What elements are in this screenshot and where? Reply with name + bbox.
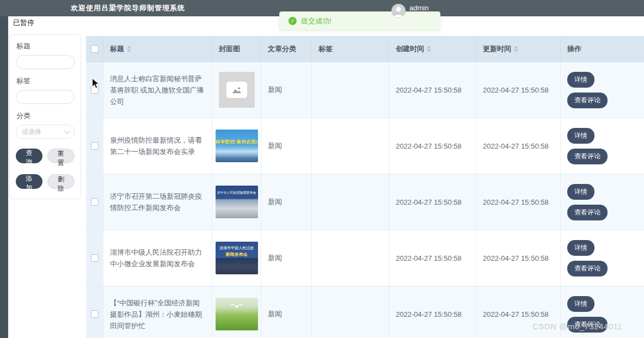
table-row: 济宁市召开第二场新冠肺炎疫情防控工作新闻发布会 济宁市人民政府新闻发布会 新闻 … [86, 174, 644, 230]
table-header-row: 标题 封面图 文章分类 标签 创建时间 更新时间 操作 [86, 36, 644, 62]
created-time: 2022-04-27 15:50:58 [389, 174, 476, 230]
row-checkbox[interactable] [91, 310, 99, 318]
view-comments-button[interactable]: 查看评论 [567, 149, 608, 164]
tag-filter-input[interactable] [16, 90, 75, 104]
detail-button[interactable]: 详情 [567, 184, 594, 200]
article-title: 淄博市中级人民法院召开助力中小微企业发展新闻发布会 [103, 230, 212, 286]
success-check-icon: ✓ [289, 17, 297, 25]
article-title: 泉州疫情防控最新情况，请看第二十一场新闻发布会实录 [103, 118, 212, 174]
filter-panel: 标题 标签 分类 请选择 查询 重置 添加 删除 [9, 34, 81, 199]
column-header-created[interactable]: 创建时间 [389, 36, 476, 62]
drone-icon [231, 303, 243, 309]
column-header-title[interactable]: 标题 [103, 36, 212, 62]
column-header-actions: 操作 [561, 36, 644, 62]
updated-time: 2022-04-27 15:50:58 [476, 118, 561, 174]
row-checkbox[interactable] [91, 198, 99, 206]
watermark-label: CSDN @m0_73244011 [532, 322, 622, 331]
detail-button[interactable]: 详情 [567, 128, 594, 144]
created-time: 2022-04-27 15:50:58 [389, 62, 476, 118]
column-header-tag: 标签 [312, 36, 389, 62]
image-placeholder-icon [231, 86, 242, 94]
articles-table: 标题 封面图 文章分类 标签 创建时间 更新时间 操作 消息人士称白宫新闻秘书普… [86, 36, 644, 338]
delete-button[interactable]: 删除 [47, 174, 75, 189]
cover-image: 济宁市人民政府新闻发布会 [216, 186, 258, 218]
article-tag [312, 230, 389, 286]
cover-image: 科学防控 泉州必胜! [216, 130, 258, 162]
page-title: 欢迎使用吕梁学院导师制管理系统 [71, 0, 185, 16]
view-comments-button[interactable]: 查看评论 [567, 93, 608, 108]
article-tag [312, 286, 389, 338]
article-category: 新闻 [261, 118, 312, 174]
tag-filter-label: 标签 [16, 76, 75, 86]
user-icon [391, 4, 406, 18]
article-category: 新闻 [261, 62, 312, 118]
sort-carets-icon[interactable] [427, 46, 431, 52]
column-header-updated[interactable]: 更新时间 [476, 36, 561, 62]
detail-button[interactable]: 详情 [567, 296, 594, 312]
updated-time: 2022-04-27 15:50:58 [476, 174, 561, 230]
toast-message: 提交成功! [301, 16, 332, 26]
column-header-category: 文章分类 [261, 36, 312, 62]
created-time: 2022-04-27 15:50:58 [389, 230, 476, 286]
detail-button[interactable]: 详情 [567, 240, 594, 256]
sort-carets-icon[interactable] [514, 46, 518, 52]
collapsed-sidebar[interactable] [0, 16, 8, 338]
cover-image [216, 298, 258, 330]
article-category: 新闻 [261, 286, 312, 338]
column-header-cover: 封面图 [212, 36, 261, 62]
table-row: 淄博市中级人民法院召开助力中小微企业发展新闻发布会 淄博市中级人民法院 新闻发布… [86, 230, 644, 286]
view-comments-button[interactable]: 查看评论 [567, 261, 608, 276]
title-filter-input[interactable] [16, 55, 75, 69]
reset-button[interactable]: 重置 [47, 149, 75, 163]
row-checkbox[interactable] [91, 254, 99, 262]
table-row: 泉州疫情防控最新情况，请看第二十一场新闻发布会实录 科学防控 泉州必胜! 新闻 … [86, 118, 644, 174]
updated-time: 2022-04-27 15:50:58 [476, 230, 561, 286]
mouse-cursor [91, 78, 100, 89]
article-title: 【“中国银行杯”全国经济新闻摄影作品】湖州：小麦始穗期 田间管护忙 [103, 286, 212, 338]
select-all-checkbox[interactable] [91, 45, 99, 53]
article-tag [312, 62, 389, 118]
title-filter-label: 标题 [16, 41, 75, 51]
created-time: 2022-04-27 15:50:58 [389, 118, 476, 174]
category-filter-label: 分类 [16, 111, 75, 121]
category-select[interactable]: 请选择 [16, 125, 75, 139]
created-time: 2022-04-27 15:50:58 [389, 286, 476, 338]
detail-button[interactable]: 详情 [567, 72, 594, 88]
view-comments-button[interactable]: 查看评论 [567, 205, 608, 220]
table-row: 消息人士称白宫新闻秘书普萨基将辞职 或加入微软全国广播公司 新闻 2022-04… [86, 62, 644, 118]
category-select-placeholder: 请选择 [22, 127, 41, 137]
article-category: 新闻 [261, 230, 312, 286]
row-checkbox[interactable] [91, 142, 99, 150]
article-tag [312, 118, 389, 174]
chevron-down-icon [64, 128, 70, 134]
article-title: 消息人士称白宫新闻秘书普萨基将辞职 或加入微软全国广播公司 [103, 62, 212, 118]
cover-image-placeholder [219, 72, 255, 108]
updated-time: 2022-04-27 15:50:58 [476, 62, 561, 118]
add-button[interactable]: 添加 [16, 174, 42, 189]
avatar[interactable] [391, 4, 406, 18]
paused-status-label: 已暂停 [13, 18, 34, 28]
username-label[interactable]: admin [409, 1, 428, 15]
article-category: 新闻 [261, 174, 312, 230]
search-button[interactable]: 查询 [16, 149, 42, 163]
article-tag [312, 174, 389, 230]
article-title: 济宁市召开第二场新冠肺炎疫情防控工作新闻发布会 [103, 174, 212, 230]
cover-image: 淄博市中级人民法院 新闻发布会 [216, 242, 258, 274]
sort-carets-icon[interactable] [127, 46, 131, 52]
